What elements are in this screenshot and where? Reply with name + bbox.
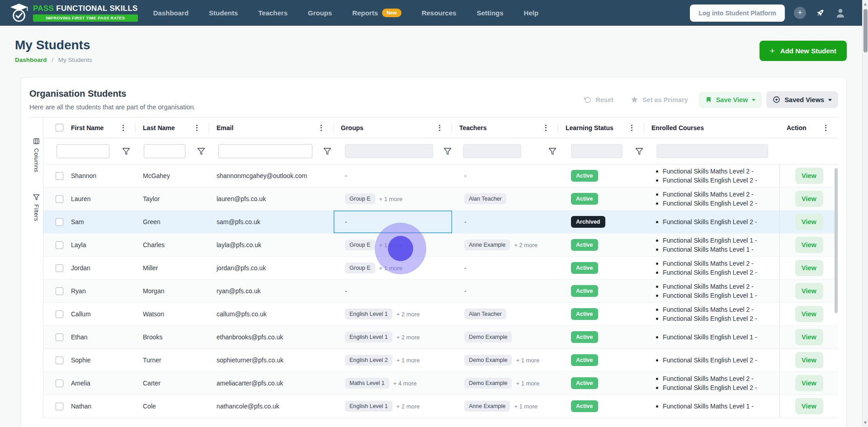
row-checkbox[interactable] [56, 287, 63, 295]
last-name-filter-icon[interactable] [197, 147, 205, 155]
column-menu-icon[interactable] [439, 125, 440, 131]
view-student-button[interactable]: View [795, 306, 823, 322]
add-new-student-button[interactable]: + Add New Student [760, 41, 847, 61]
table-row[interactable]: JordanMillerjordan@pfs.co.ukGroup E+ 1 m… [43, 257, 838, 280]
groups-filter-icon[interactable] [443, 147, 452, 155]
table-row[interactable]: NathanColenathancole@pfs.co.ukEnglish Le… [43, 395, 838, 418]
header-cell-status[interactable]: Learning Status [558, 117, 644, 138]
view-student-button[interactable]: View [795, 237, 823, 253]
learning-status-filter-input[interactable] [571, 144, 623, 158]
view-student-button[interactable]: View [795, 352, 823, 368]
groups-cell: Group E+ 1 more [334, 188, 452, 210]
header-cell-teachers[interactable]: Teachers [452, 117, 558, 138]
first-name-filter-icon[interactable] [122, 147, 130, 155]
view-student-button[interactable]: View [795, 191, 823, 207]
email-cell: ethanbrooks@pfs.co.uk [209, 326, 334, 348]
groups-cell: English Level 2+ 1 more [334, 349, 452, 371]
teachers-filter-icon[interactable] [548, 147, 557, 155]
column-menu-icon[interactable] [123, 125, 124, 131]
table-row[interactable]: RyanMorganryan@pfs.co.uk--ActiveFunction… [43, 280, 838, 303]
login-student-platform-button[interactable]: Log into Student Platform [690, 5, 785, 22]
set-as-primary-button[interactable]: Set as Primary [624, 91, 694, 108]
view-student-button[interactable]: View [795, 283, 823, 299]
page-scrollbar-thumb[interactable] [863, 9, 868, 52]
email-filter-icon[interactable] [323, 147, 331, 155]
header-cell-action[interactable]: Action [779, 117, 838, 138]
first-name-cell: Lauren [64, 188, 136, 210]
nav-item-dashboard[interactable]: Dashboard [153, 9, 189, 17]
reset-button[interactable]: Reset [578, 92, 620, 108]
row-checkbox[interactable] [56, 218, 63, 226]
scroll-up-arrow-icon[interactable] [864, 3, 867, 5]
view-student-button[interactable]: View [795, 214, 823, 230]
column-menu-icon[interactable] [545, 125, 547, 131]
column-menu-icon[interactable] [196, 125, 198, 131]
row-checkbox[interactable] [56, 333, 63, 341]
user-avatar-icon[interactable] [835, 7, 846, 19]
table-row[interactable]: SamGreensam@pfs.co.uk--ArchivedFunctiona… [43, 211, 838, 234]
table-row[interactable]: AmeliaCarterameliacarter@pfs.co.ukMaths … [43, 372, 838, 395]
brand-logo[interactable]: PASS FUNCTIONAL SKILLS IMPROVING FIRST T… [9, 3, 138, 23]
enrolled-courses-filter-input[interactable] [656, 144, 768, 158]
breadcrumb-dashboard-link[interactable]: Dashboard [15, 56, 47, 63]
page-scrollbar[interactable] [862, 0, 868, 427]
row-select-cell [43, 326, 64, 348]
learning-status-filter-icon[interactable] [635, 147, 643, 155]
row-checkbox[interactable] [56, 241, 63, 249]
column-menu-icon[interactable] [631, 125, 632, 131]
table-row[interactable]: SophieTurnersophieturner@pfs.co.ukEnglis… [43, 349, 838, 372]
email-filter-input[interactable] [218, 144, 312, 158]
filters-panel-toggle[interactable]: Filters [33, 194, 40, 221]
row-checkbox[interactable] [56, 195, 63, 203]
page-title: My Students [15, 38, 92, 52]
plus-icon: + [770, 47, 775, 55]
view-student-button[interactable]: View [795, 260, 823, 276]
header-cell-last[interactable]: Last Name [136, 117, 209, 138]
first-name-filter-input[interactable] [57, 144, 109, 158]
grid-header-row: First NameLast NameEmailGroupsTeachersLe… [43, 117, 838, 138]
header-cell-groups[interactable]: Groups [334, 117, 452, 138]
groups-filter-input[interactable] [345, 144, 433, 158]
nav-item-help[interactable]: Help [524, 9, 539, 17]
row-checkbox[interactable] [56, 172, 63, 180]
first-name-value: Ethan [71, 333, 88, 341]
row-checkbox[interactable] [56, 403, 63, 410]
groups-cell: English Level 1+ 2 more [334, 303, 452, 325]
column-menu-icon[interactable] [825, 125, 826, 131]
nav-item-groups[interactable]: Groups [308, 9, 332, 17]
nav-item-resources[interactable]: Resources [422, 9, 457, 17]
header-cell-first[interactable]: First Name [64, 117, 136, 138]
last-name-filter-input[interactable] [144, 144, 185, 158]
saved-views-button[interactable]: Saved Views [766, 91, 838, 108]
rocket-icon[interactable] [815, 8, 826, 18]
scroll-down-arrow-icon[interactable] [864, 422, 867, 424]
view-student-button[interactable]: View [795, 375, 823, 391]
table-row[interactable]: LaurenTaylorlauren@pfs.co.ukGroup E+ 1 m… [43, 188, 838, 211]
header-cell-courses[interactable]: Enrolled Courses [644, 117, 779, 138]
table-scrollbar-thumb[interactable] [835, 168, 838, 313]
nav-item-settings[interactable]: Settings [476, 9, 503, 17]
view-student-button[interactable]: View [795, 329, 823, 345]
save-view-button[interactable]: Save View [699, 92, 762, 108]
table-row[interactable]: CallumWatsoncallum@pfs.co.ukEnglish Leve… [43, 303, 838, 326]
table-row[interactable]: LaylaCharleslayla@pfs.co.ukGroup E+ 1 mo… [43, 234, 838, 257]
table-row[interactable]: ShannonMcGaheyshannonmcgahey@outlook.com… [43, 164, 838, 188]
nav-item-reports[interactable]: ReportsNew [352, 9, 401, 17]
last-name-value: Miller [143, 264, 158, 272]
row-checkbox[interactable] [56, 380, 63, 387]
quick-add-icon[interactable]: + [794, 7, 806, 19]
column-menu-icon[interactable] [321, 125, 322, 131]
teachers-filter-input[interactable] [463, 144, 521, 158]
header-cell-email[interactable]: Email [209, 117, 334, 138]
nav-item-teachers[interactable]: Teachers [258, 9, 288, 17]
row-checkbox[interactable] [56, 357, 63, 364]
select-all-checkbox[interactable] [56, 124, 63, 131]
row-checkbox[interactable] [56, 264, 63, 272]
row-checkbox[interactable] [56, 310, 63, 318]
table-row[interactable]: EthanBrooksethanbrooks@pfs.co.ukEnglish … [43, 326, 838, 349]
nav-item-students[interactable]: Students [209, 9, 238, 17]
first-name-cell: Callum [64, 303, 136, 325]
view-student-button[interactable]: View [795, 168, 823, 184]
view-student-button[interactable]: View [795, 398, 823, 414]
columns-panel-toggle[interactable]: Columns [33, 138, 40, 172]
